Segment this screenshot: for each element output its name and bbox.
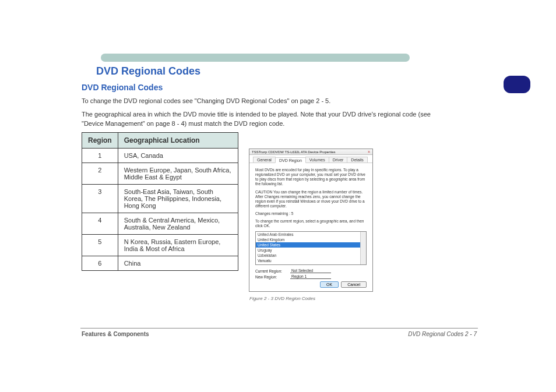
new-region-label: New Region: xyxy=(255,275,290,279)
intro-para-2: The geographical area in which the DVD m… xyxy=(82,110,449,128)
new-region-value: Region 1 xyxy=(290,274,331,279)
dialog-body: Most DVDs are encoded for play in specif… xyxy=(249,163,372,284)
new-region-row: New Region: Region 1 xyxy=(255,274,367,279)
tab-general[interactable]: General xyxy=(253,157,276,163)
region-cell: 6 xyxy=(82,256,118,271)
geo-cell: South & Central America, Mexico, Austral… xyxy=(118,213,238,235)
current-region-row: Current Region: Not Selected xyxy=(255,269,367,273)
dvd-properties-dialog: TSSTcorp CDDVDW TS-L632L ATA Device Prop… xyxy=(249,149,373,292)
list-item[interactable]: Uruguay xyxy=(256,248,366,253)
listbox-scrollbar[interactable] xyxy=(360,232,366,264)
list-item[interactable]: Uzbekistan xyxy=(256,253,366,258)
list-item[interactable]: Vanuatu xyxy=(256,258,366,263)
dialog-changes-remaining: Changes remaining : 5 xyxy=(255,211,367,216)
region-listbox[interactable]: United Arab EmiratesUnited KingdomUnited… xyxy=(255,231,367,265)
geo-cell: South-East Asia, Taiwan, South Korea, Th… xyxy=(118,185,238,213)
header-bar xyxy=(101,54,410,62)
close-icon[interactable]: × xyxy=(368,150,370,154)
footer-left: Features & Components xyxy=(82,331,149,337)
ok-button[interactable]: OK xyxy=(320,281,339,288)
current-region-value: Not Selected xyxy=(290,269,331,273)
tab-volumes[interactable]: Volumes xyxy=(305,157,329,163)
region-cell: 4 xyxy=(82,213,118,235)
figure-caption: Figure 2 - 3 DVD Region Codes xyxy=(249,296,315,301)
list-item[interactable]: United Arab Emirates xyxy=(256,232,366,237)
geo-cell: China xyxy=(118,256,238,271)
dialog-title-text: TSSTcorp CDDVDW TS-L632L ATA Device Prop… xyxy=(252,150,336,154)
region-cell: 3 xyxy=(82,185,118,213)
dialog-text-caution: CAUTION You can change the region a limi… xyxy=(255,190,367,209)
geo-cell: Western Europe, Japan, South Africa, Mid… xyxy=(118,163,238,185)
dialog-tabs: GeneralDVD RegionVolumesDriverDetails xyxy=(249,155,372,163)
tab-dvd-region[interactable]: DVD Region xyxy=(275,157,306,163)
region-cell: 5 xyxy=(82,235,118,256)
geo-cell: USA, Canada xyxy=(118,149,238,163)
table-header-region: Region xyxy=(82,133,118,149)
table-header-geo: Geographical Location xyxy=(118,133,238,149)
tab-details[interactable]: Details xyxy=(347,157,367,163)
region-cell: 1 xyxy=(82,149,118,163)
dialog-text-instruction: To change the current region, select a g… xyxy=(255,219,367,228)
list-item[interactable]: United Kingdom xyxy=(256,237,366,242)
intro-heading: DVD Regional Codes xyxy=(82,83,449,92)
page-title: DVD Regional Codes xyxy=(96,65,200,77)
page-number-badge xyxy=(504,76,530,93)
region-table: Region Geographical Location 1USA, Canad… xyxy=(82,132,238,271)
tab-driver[interactable]: Driver xyxy=(329,157,348,163)
table-row: 4South & Central America, Mexico, Austra… xyxy=(82,213,238,235)
table-row: 3South-East Asia, Taiwan, South Korea, T… xyxy=(82,185,238,213)
table-row: 1USA, Canada xyxy=(82,149,238,163)
footer-right: DVD Regional Codes 2 - 7 xyxy=(408,331,477,337)
intro-block: DVD Regional Codes To change the DVD reg… xyxy=(82,83,449,133)
table-row: 6China xyxy=(82,256,238,271)
list-item[interactable]: United States xyxy=(256,242,366,248)
current-region-label: Current Region: xyxy=(255,269,290,273)
footer-divider xyxy=(80,328,478,329)
dialog-text-intro: Most DVDs are encoded for play in specif… xyxy=(255,168,367,187)
dialog-buttons: OK Cancel xyxy=(320,281,367,288)
region-cell: 2 xyxy=(82,163,118,185)
cancel-button[interactable]: Cancel xyxy=(341,281,367,288)
table-row: 2Western Europe, Japan, South Africa, Mi… xyxy=(82,163,238,185)
table-row: 5N Korea, Russia, Eastern Europe, India … xyxy=(82,235,238,256)
dialog-titlebar[interactable]: TSSTcorp CDDVDW TS-L632L ATA Device Prop… xyxy=(249,149,372,155)
list-item[interactable]: Vatican City xyxy=(256,263,366,265)
intro-para-1: To change the DVD regional codes see "Ch… xyxy=(82,97,449,105)
geo-cell: N Korea, Russia, Eastern Europe, India &… xyxy=(118,235,238,256)
